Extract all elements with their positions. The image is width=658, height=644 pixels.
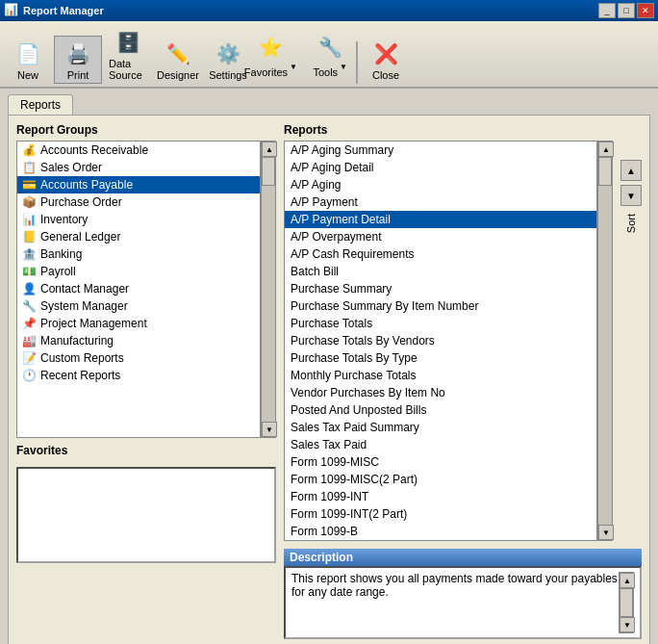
group-item-purchase-order[interactable]: 📦Purchase Order <box>17 193 260 211</box>
report-item-purchase-totals-by-vendors[interactable]: Purchase Totals By Vendors <box>285 332 596 349</box>
report-item-ap-overpayment[interactable]: A/P Overpayment <box>285 228 596 245</box>
tools-button[interactable]: 🔧 Tools ▼ <box>304 29 352 84</box>
report-item-monthly-purchase-totals[interactable]: Monthly Purchase Totals <box>285 367 596 384</box>
window-title: Report Manager <box>23 5 595 16</box>
report-item-sales-tax-paid-summary[interactable]: Sales Tax Paid Summary <box>285 419 596 436</box>
group-item-accounts-receivable[interactable]: 💰Accounts Receivable <box>17 142 260 159</box>
close-window-button[interactable]: ✕ <box>637 3 654 18</box>
data-source-icon: 🗄️ <box>113 27 143 58</box>
groups-scroll-up[interactable]: ▲ <box>262 142 277 157</box>
group-icon-payroll: 💵 <box>21 264 37 279</box>
group-label-general-ledger: General Ledger <box>40 230 120 244</box>
reports-tab[interactable]: Reports <box>8 94 73 115</box>
report-item-form-1099-misc-2part[interactable]: Form 1099-MISC(2 Part) <box>285 471 596 488</box>
print-button[interactable]: 🖨️ Print <box>54 36 102 84</box>
report-item-ap-aging[interactable]: A/P Aging <box>285 176 596 193</box>
window-controls: _ □ ✕ <box>598 3 654 18</box>
group-icon-system-manager: 🔧 <box>21 298 37 314</box>
group-icon-sales-order: 📋 <box>21 160 37 175</box>
report-item-purchase-summary[interactable]: Purchase Summary <box>285 280 596 297</box>
group-item-inventory[interactable]: 📊Inventory <box>17 211 260 228</box>
groups-scroll-down[interactable]: ▼ <box>262 422 277 437</box>
favorites-icon: ⭐ <box>255 32 286 63</box>
sort-down-button[interactable]: ▼ <box>620 185 642 206</box>
close-button[interactable]: ❌ Close <box>362 36 410 84</box>
group-label-accounts-receivable: Accounts Receivable <box>40 143 148 157</box>
tools-label: Tools <box>313 66 338 78</box>
desc-scroll-track[interactable] <box>620 588 633 617</box>
reports-scrollbar[interactable]: ▲ ▼ <box>597 141 613 541</box>
print-icon: 🖨️ <box>63 39 93 69</box>
group-item-sales-order[interactable]: 📋Sales Order <box>17 159 260 176</box>
group-item-contact-manager[interactable]: 👤Contact Manager <box>17 280 260 297</box>
close-icon: ❌ <box>370 39 401 69</box>
report-groups-list: 💰Accounts Receivable📋Sales Order💳Account… <box>16 141 261 438</box>
reports-scroll-up[interactable]: ▲ <box>598 142 614 157</box>
report-item-ap-payment-detail[interactable]: A/P Payment Detail <box>285 211 596 228</box>
reports-panel: A/P Aging SummaryA/P Aging DetailA/P Agi… <box>284 141 642 541</box>
report-groups-panel: 💰Accounts Receivable📋Sales Order💳Account… <box>16 141 276 438</box>
group-icon-accounts-receivable: 💰 <box>21 142 37 158</box>
content-columns: Report Groups 💰Accounts Receivable📋Sales… <box>16 123 642 563</box>
group-icon-manufacturing: 🏭 <box>21 333 37 348</box>
tools-dropdown-arrow: ▼ <box>340 63 347 71</box>
favorites-button[interactable]: ⭐ Favorites ▼ <box>254 29 302 84</box>
group-label-manufacturing: Manufacturing <box>40 334 114 348</box>
toolbar-separator <box>356 41 358 84</box>
group-label-contact-manager: Contact Manager <box>40 282 129 296</box>
report-item-ap-aging-summary[interactable]: A/P Aging Summary <box>285 142 596 159</box>
description-scrollbar[interactable]: ▲ ▼ <box>619 572 634 633</box>
new-icon: 📄 <box>13 39 43 69</box>
group-icon-purchase-order: 📦 <box>21 194 37 210</box>
new-button[interactable]: 📄 New <box>4 36 52 84</box>
group-icon-project-management: 📌 <box>21 316 37 331</box>
group-item-manufacturing[interactable]: 🏭Manufacturing <box>17 332 260 349</box>
data-source-button[interactable]: 🗄️ Data Source <box>104 24 152 84</box>
report-item-batch-bill[interactable]: Batch Bill <box>285 263 596 280</box>
group-label-purchase-order: Purchase Order <box>40 195 122 209</box>
report-item-posted-and-unposted-bills[interactable]: Posted And Unposted Bills <box>285 401 596 419</box>
groups-scrollbar[interactable]: ▲ ▼ <box>261 141 276 438</box>
report-item-form-1099-b[interactable]: Form 1099-B <box>285 523 596 540</box>
group-label-accounts-payable: Accounts Payable <box>40 178 133 192</box>
sort-up-button[interactable]: ▲ <box>620 160 642 181</box>
maximize-button[interactable]: □ <box>618 3 635 18</box>
reports-scroll-track[interactable] <box>598 157 612 525</box>
group-item-accounts-payable[interactable]: 💳Accounts Payable <box>17 176 260 193</box>
report-item-vendor-purchases-by-item-no[interactable]: Vendor Purchases By Item No <box>285 384 596 401</box>
group-item-recent-reports[interactable]: 🕐Recent Reports <box>17 367 260 384</box>
groups-scroll-track[interactable] <box>262 157 275 422</box>
reports-title: Reports <box>284 123 642 137</box>
groups-scroll-thumb[interactable] <box>262 157 275 186</box>
report-groups-title: Report Groups <box>16 123 276 137</box>
reports-scroll-thumb[interactable] <box>598 157 612 186</box>
designer-button[interactable]: ✏️ Designer <box>154 36 202 84</box>
description-box: This report shows you all payments made … <box>284 566 642 639</box>
group-item-system-manager[interactable]: 🔧System Manager <box>17 297 260 315</box>
report-item-form-1099-int[interactable]: Form 1099-INT <box>285 488 596 505</box>
close-label: Close <box>372 69 399 81</box>
description-title: Description <box>284 549 642 566</box>
report-item-form-1099-int-2part[interactable]: Form 1099-INT(2 Part) <box>285 505 596 523</box>
report-item-ap-payment[interactable]: A/P Payment <box>285 193 596 211</box>
group-item-general-ledger[interactable]: 📒General Ledger <box>17 228 260 245</box>
reports-scroll-down[interactable]: ▼ <box>598 525 614 540</box>
report-item-ap-aging-detail[interactable]: A/P Aging Detail <box>285 159 596 176</box>
report-item-form-1099-misc[interactable]: Form 1099-MISC <box>285 453 596 471</box>
description-text: This report shows you all payments made … <box>291 572 619 599</box>
group-item-payroll[interactable]: 💵Payroll <box>17 263 260 280</box>
group-item-custom-reports[interactable]: 📝Custom Reports <box>17 349 260 367</box>
desc-scroll-up[interactable]: ▲ <box>620 573 635 588</box>
report-item-purchase-totals-by-type[interactable]: Purchase Totals By Type <box>285 349 596 367</box>
designer-label: Designer <box>157 69 199 81</box>
report-item-purchase-summary-by-item[interactable]: Purchase Summary By Item Number <box>285 297 596 315</box>
group-item-banking[interactable]: 🏦Banking <box>17 245 260 263</box>
report-item-purchase-totals[interactable]: Purchase Totals <box>285 315 596 332</box>
desc-scroll-thumb[interactable] <box>620 588 633 617</box>
reports-list: A/P Aging SummaryA/P Aging DetailA/P Agi… <box>284 141 597 541</box>
desc-scroll-down[interactable]: ▼ <box>620 617 635 632</box>
minimize-button[interactable]: _ <box>598 3 616 18</box>
report-item-sales-tax-paid[interactable]: Sales Tax Paid <box>285 436 596 453</box>
report-item-ap-cash-requirements[interactable]: A/P Cash Requirements <box>285 245 596 263</box>
group-item-project-management[interactable]: 📌Project Management <box>17 315 260 332</box>
